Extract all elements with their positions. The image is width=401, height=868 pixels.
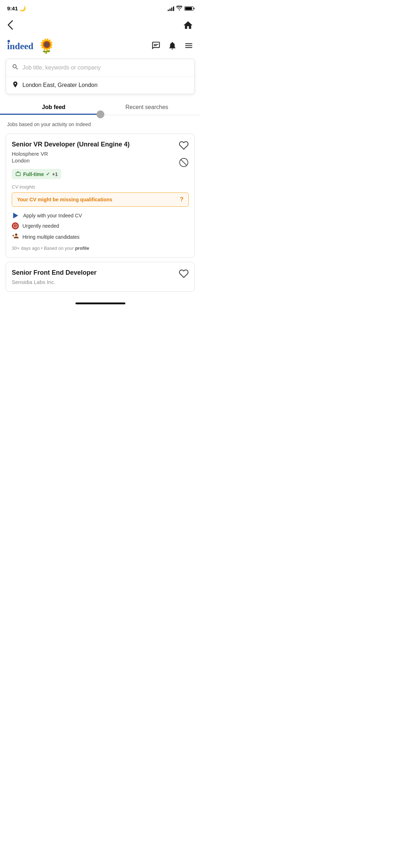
header-icons <box>151 41 193 52</box>
job-card-1-header: Senior VR Developer (Unreal Engine 4) Ho… <box>12 140 189 169</box>
job-search-row[interactable]: Job title, keywords or company <box>6 59 194 77</box>
wifi-icon <box>176 6 182 11</box>
battery-icon <box>184 6 193 11</box>
home-button[interactable] <box>183 20 193 32</box>
job-card-2-header: Senior Front End Developer Sensidia Labs… <box>12 269 189 285</box>
status-bar: 9:41 🌙 <box>0 0 200 16</box>
urgent-clock-icon <box>12 222 19 229</box>
tab-recent-searches[interactable]: Recent searches <box>100 100 194 115</box>
badge-plus-count: +1 <box>52 171 58 177</box>
search-icon <box>12 63 19 72</box>
job-badges-1: Full-time ✓ +1 <box>12 169 189 179</box>
hiring-feature-row: Hiring multiple candidates <box>12 232 189 241</box>
footer-bold-1: profile <box>75 246 89 251</box>
header-left: indeed 🌻 <box>7 38 56 55</box>
cv-warning-text: Your CV might be missing qualifications <box>17 197 112 202</box>
time-text: 9:41 <box>7 5 18 11</box>
tabs-container: Job feed Recent searches <box>0 100 200 115</box>
job-card-1[interactable]: Senior VR Developer (Unreal Engine 4) Ho… <box>6 134 195 258</box>
search-container: Job title, keywords or company London Ea… <box>6 59 195 94</box>
status-icons <box>168 6 193 11</box>
notification-bell-icon[interactable] <box>168 41 177 52</box>
save-job-button-1[interactable] <box>179 140 189 152</box>
menu-icon[interactable] <box>184 41 193 52</box>
footer-text-1: 30+ days ago • Based on your <box>12 246 75 251</box>
svg-rect-0 <box>154 44 158 45</box>
tab-job-feed-label: Job feed <box>42 104 66 110</box>
badge-check-icon: ✓ <box>46 171 50 177</box>
signal-icon <box>168 6 174 11</box>
svg-rect-1 <box>154 45 157 46</box>
job-title-1: Senior VR Developer (Unreal Engine 4) <box>12 140 175 149</box>
nav-bar <box>0 16 200 36</box>
location-row[interactable]: London East, Greater London <box>6 77 194 94</box>
location-pin-icon <box>12 81 19 89</box>
urgent-text: Urgently needed <box>22 223 59 229</box>
apply-text: Apply with your Indeed CV <box>23 213 82 218</box>
tab-active-indicator <box>0 114 100 115</box>
svg-line-3 <box>181 160 187 165</box>
save-job-button-2[interactable] <box>179 269 189 280</box>
location-text[interactable]: London East, Greater London <box>22 82 98 88</box>
hiring-people-icon <box>12 232 19 241</box>
indeed-logo: indeed <box>7 41 33 52</box>
home-indicator <box>0 299 200 307</box>
job-info-2: Senior Front End Developer Sensidia Labs… <box>12 269 179 285</box>
job-location-1: London <box>12 157 175 164</box>
job-card-1-footer: 30+ days ago • Based on your profile <box>12 246 189 251</box>
badge-label: Full-time <box>23 171 44 177</box>
cv-warning-banner[interactable]: Your CV might be missing qualifications … <box>12 192 189 207</box>
briefcase-icon <box>15 171 21 177</box>
moon-icon: 🌙 <box>19 5 26 11</box>
job-type-badge: Full-time ✓ +1 <box>12 169 61 179</box>
job-features-1: Apply with your Indeed CV Urgently neede… <box>12 212 189 241</box>
job-card-2-actions <box>179 269 189 280</box>
apply-icon <box>12 212 20 219</box>
apply-feature-row: Apply with your Indeed CV <box>12 212 189 219</box>
tab-divider-circle <box>97 110 104 118</box>
back-button[interactable] <box>7 19 16 33</box>
home-bar <box>75 303 125 304</box>
header: indeed 🌻 <box>0 36 200 59</box>
tab-recent-searches-label: Recent searches <box>125 104 168 110</box>
job-card-1-actions <box>179 140 189 169</box>
indeed-logo-text: indeed <box>7 41 33 52</box>
status-time: 9:41 🌙 <box>7 5 26 12</box>
tab-job-feed[interactable]: Job feed <box>7 100 100 115</box>
job-title-2: Senior Front End Developer <box>12 269 175 277</box>
company-name-2: Sensidia Labs Inc. <box>12 279 175 285</box>
hide-job-button-1[interactable] <box>179 157 189 169</box>
cv-warning-question-icon[interactable]: ? <box>180 196 183 203</box>
company-name-1: Holosphere VR <box>12 151 175 157</box>
sunflower-emoji: 🌻 <box>38 38 56 55</box>
cv-insights-label: CV insights <box>12 184 189 190</box>
job-card-2[interactable]: Senior Front End Developer Sensidia Labs… <box>6 262 195 292</box>
message-icon[interactable] <box>151 41 161 52</box>
job-info-1: Senior VR Developer (Unreal Engine 4) Ho… <box>12 140 179 168</box>
hiring-text: Hiring multiple candidates <box>22 234 79 240</box>
urgent-feature-row: Urgently needed <box>12 222 189 229</box>
job-search-input[interactable]: Job title, keywords or company <box>22 64 189 71</box>
